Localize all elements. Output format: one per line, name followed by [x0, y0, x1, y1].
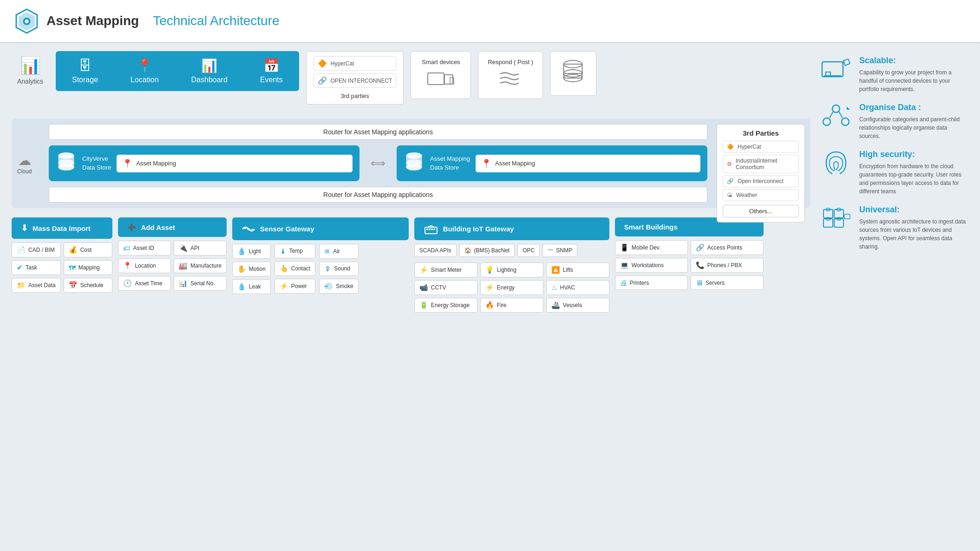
smartmeter-icon: ⚡: [419, 266, 428, 274]
lifts-label: Lifts: [563, 267, 573, 273]
nav-location[interactable]: 📍 Location: [114, 51, 175, 91]
tp-hypercat: 🔶 HyperCat: [723, 141, 799, 153]
bottom-nodes-area: ⬇ Mass Data Import 📄 CAD / BIM 💰 Cost ✔ …: [12, 217, 810, 313]
smart-bldg-label: Smart Buildings: [624, 223, 678, 231]
analytics-label: Analytics: [17, 78, 43, 85]
assettime-label: Asset Time: [135, 280, 162, 287]
dashboard-icon: 📊: [201, 58, 217, 73]
assetdata-label: Asset Data: [28, 282, 56, 289]
am-db-icon: [404, 151, 425, 176]
smart-devices-label: Smart devices: [422, 59, 460, 66]
svg-rect-25: [429, 229, 431, 230]
item-api: 🔌 API: [174, 241, 227, 256]
serialno-label: Serial No.: [190, 280, 215, 287]
feature-security: High security: Encryption from hardware …: [820, 150, 968, 196]
universal-title: Universal:: [859, 205, 968, 215]
mapping-icon: 🗺: [69, 264, 76, 272]
universal-desc: System agnostic architecture to ingest d…: [859, 217, 968, 251]
svg-point-22: [247, 228, 249, 230]
item-power: ⚡ Power: [274, 279, 315, 294]
svg-rect-26: [431, 229, 433, 230]
sensor-col1: 💧 Light ✋ Motion 💧 Leak: [232, 244, 271, 294]
item-workstations: 💻 Workstations: [615, 258, 688, 273]
tp-others-btn[interactable]: Others...: [723, 205, 799, 217]
item-light: 💧 Light: [232, 244, 271, 259]
nav-storage[interactable]: 🗄 Storage: [56, 51, 114, 91]
tp-openinterconnect: 🔗 Open Interconnect: [723, 175, 799, 187]
snmp-icon: 〰: [548, 247, 553, 254]
tp-industrial-text: IndustrialInternet Consortium: [736, 157, 795, 171]
mass-data-label: Mass Data Import: [33, 224, 91, 232]
item-temp: 🌡 Temp: [274, 244, 315, 258]
light-label: Light: [249, 248, 261, 255]
snmp-item: 〰 SNMP: [542, 244, 577, 257]
svg-line-36: [839, 112, 843, 118]
leak-icon: 💧: [237, 282, 246, 291]
cadbim-label: CAD / BIM: [28, 247, 55, 253]
assetid-label: Asset ID: [133, 245, 154, 251]
am-icon2: 📍: [481, 158, 491, 169]
power-label: Power: [291, 283, 307, 289]
add-asset-group: ➕ Add Asset 🏷 Asset ID 🔌 API 📍 Location: [118, 217, 226, 291]
cityverve-label: CityVerveData Store: [82, 155, 111, 171]
diagram-area: 📊 Analytics 🗄 Storage 📍 Location 📊 Dashb…: [12, 51, 810, 542]
hypercat-icon: 🔶: [318, 59, 327, 68]
storage-icon: 🗄: [78, 58, 91, 73]
item-lighting: 💡 Lighting: [480, 262, 543, 277]
arrow-mid: ⟺: [369, 157, 387, 170]
item-task: ✔ Task: [12, 260, 61, 275]
security-text: High security: Encryption from hardware …: [859, 150, 968, 196]
building-iot-group: Building IoT Gateway SCADA APIs 🏠 (BMS) …: [414, 217, 609, 313]
cloud-icon: ☁: [18, 152, 31, 168]
router-bottom: Router for Asset Mapping applications: [49, 187, 707, 203]
phonespbx-icon: 📞: [696, 261, 705, 269]
bms-icon: 🏠: [464, 247, 471, 254]
assetid-icon: 🏷: [123, 244, 130, 252]
item-motion: ✋ Motion: [232, 262, 271, 276]
sensor-col2: 🌡 Temp 👆 Contact ⚡ Power: [274, 244, 315, 294]
universal-icon-box: [820, 205, 852, 233]
temp-label: Temp: [289, 248, 303, 254]
item-air: ≋ Air: [319, 244, 358, 259]
nav-events-label: Events: [260, 76, 283, 84]
tp-openinterconnect-icon: 🔗: [727, 178, 734, 184]
svg-rect-45: [844, 214, 850, 219]
item-mobiledev: 📱 Mobile Dev.: [615, 240, 688, 255]
interconnect-label: OPEN INTERCONNECT: [331, 78, 392, 84]
item-smoke: 💨 Smoke: [319, 279, 358, 294]
nav-location-label: Location: [131, 76, 159, 84]
item-cadbim: 📄 CAD / BIM: [12, 243, 61, 257]
feature-organise: Organise Data : Configurable categories …: [820, 103, 968, 140]
top-section: 📊 Analytics 🗄 Storage 📍 Location 📊 Dashb…: [12, 51, 810, 105]
smart-buildings-group: Smart Buildings 📱 Mobile Dev. 🔗 Access P…: [615, 217, 764, 290]
energy-label: Energy: [497, 284, 515, 291]
sensor-items-row: 💧 Light ✋ Motion 💧 Leak: [232, 244, 409, 294]
item-assettime: 🕐 Asset Time: [118, 276, 171, 291]
am-icon1: 📍: [122, 158, 132, 169]
am-text2: Asset Mapping: [495, 160, 535, 167]
svg-point-32: [832, 105, 840, 112]
manufacture-icon: 🏭: [179, 262, 188, 270]
energystorage-label: Energy Storage: [431, 302, 470, 308]
item-location2: 📍 Location: [118, 258, 171, 273]
svg-rect-8: [564, 64, 582, 73]
nav-dashboard[interactable]: 📊 Dashboard: [175, 51, 244, 91]
item-mapping: 🗺 Mapping: [64, 260, 113, 275]
am-datastore-widget: 📍 Asset Mapping: [476, 155, 700, 172]
item-sound: 🎙 Sound: [319, 262, 358, 276]
feature-scalable: Scalable: Capability to grow your projec…: [820, 56, 968, 93]
security-icon-box: [820, 150, 852, 177]
respond-label: Respond ( Post ): [488, 59, 533, 66]
cctv-label: CCTV: [431, 284, 446, 291]
item-printers: 🖨 Printers: [615, 276, 688, 290]
add-asset-items: 🏷 Asset ID 🔌 API 📍 Location 🏭 Manufactur…: [118, 241, 226, 291]
vessels-icon: 🚢: [551, 301, 560, 309]
scalable-text: Scalable: Capability to grow your projec…: [859, 56, 968, 93]
tp-openinterconnect-text: Open Interconnect: [738, 178, 784, 184]
serialno-icon: 📊: [179, 279, 188, 288]
tp-weather-text: Weather: [736, 192, 757, 198]
smartmeter-label: Smart Meter: [431, 267, 462, 273]
devices-icon: [427, 69, 455, 92]
nav-events[interactable]: 📅 Events: [244, 51, 299, 91]
smoke-label: Smoke: [336, 283, 353, 289]
